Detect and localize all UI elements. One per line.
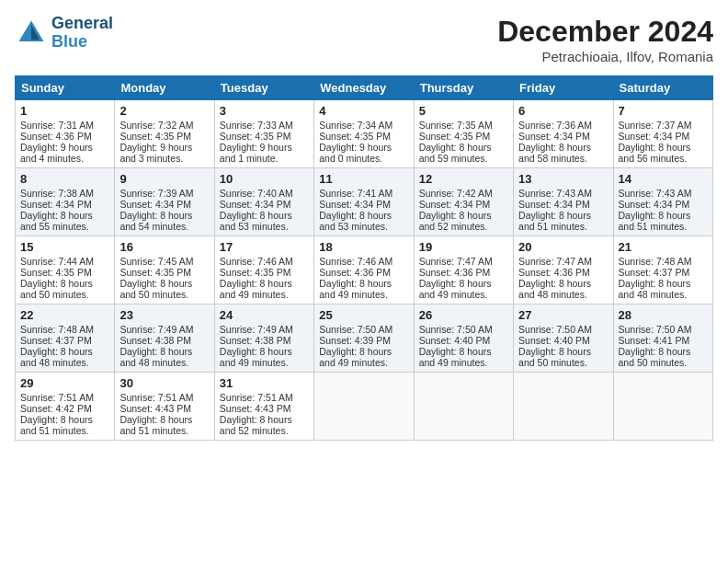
day-number: 20 xyxy=(518,240,608,254)
daylight-label: Daylight: 8 hours and 58 minutes. xyxy=(518,142,591,164)
day-number: 28 xyxy=(619,308,708,322)
title-block: December 2024 Petrachioaia, Ilfov, Roman… xyxy=(497,15,713,64)
sunset-label: Sunset: 4:35 PM xyxy=(119,131,191,142)
page-header: General Blue December 2024 Petrachioaia,… xyxy=(15,15,713,64)
sunrise-label: Sunrise: 7:38 AM xyxy=(20,188,94,199)
day-number: 29 xyxy=(20,376,109,390)
sunset-label: Sunset: 4:36 PM xyxy=(20,131,92,142)
day-number: 2 xyxy=(119,104,209,118)
sunset-label: Sunset: 4:34 PM xyxy=(20,199,92,210)
day-number: 14 xyxy=(619,172,708,186)
logo: General Blue xyxy=(15,15,113,52)
sunrise-label: Sunrise: 7:35 AM xyxy=(419,120,493,131)
sunrise-label: Sunrise: 7:43 AM xyxy=(518,188,592,199)
sunrise-label: Sunrise: 7:49 AM xyxy=(220,324,293,335)
day-number: 25 xyxy=(319,308,408,322)
daylight-label: Daylight: 8 hours and 48 minutes. xyxy=(619,278,691,300)
sunset-label: Sunset: 4:36 PM xyxy=(419,267,491,278)
calendar-cell: 13 Sunrise: 7:43 AM Sunset: 4:34 PM Dayl… xyxy=(514,168,613,236)
sunset-label: Sunset: 4:37 PM xyxy=(619,267,690,278)
calendar-cell: 31 Sunrise: 7:51 AM Sunset: 4:43 PM Dayl… xyxy=(214,373,313,441)
day-number: 18 xyxy=(319,240,408,254)
day-number: 24 xyxy=(220,308,309,322)
daylight-label: Daylight: 8 hours and 49 minutes. xyxy=(419,278,492,300)
weekday-header-saturday: Saturday xyxy=(613,76,712,100)
sunset-label: Sunset: 4:41 PM xyxy=(619,335,690,346)
calendar-cell: 2 Sunrise: 7:32 AM Sunset: 4:35 PM Dayli… xyxy=(115,100,214,168)
calendar-cell: 27 Sunrise: 7:50 AM Sunset: 4:40 PM Dayl… xyxy=(514,304,613,373)
daylight-label: Daylight: 8 hours and 52 minutes. xyxy=(419,210,492,232)
weekday-header-sunday: Sunday xyxy=(16,76,115,100)
calendar-cell xyxy=(613,373,712,441)
sunset-label: Sunset: 4:34 PM xyxy=(319,199,391,210)
calendar-table: SundayMondayTuesdayWednesdayThursdayFrid… xyxy=(15,75,713,441)
calendar-cell: 18 Sunrise: 7:46 AM Sunset: 4:36 PM Dayl… xyxy=(314,236,414,304)
day-number: 11 xyxy=(319,172,408,186)
daylight-label: Daylight: 8 hours and 49 minutes. xyxy=(319,278,392,300)
day-number: 26 xyxy=(419,308,508,322)
day-number: 27 xyxy=(518,308,608,322)
day-number: 6 xyxy=(518,104,608,118)
sunrise-label: Sunrise: 7:51 AM xyxy=(220,392,293,403)
day-number: 21 xyxy=(619,240,708,254)
sunrise-label: Sunrise: 7:49 AM xyxy=(119,324,193,335)
sunrise-label: Sunrise: 7:32 AM xyxy=(119,120,193,131)
day-number: 23 xyxy=(119,308,209,322)
sunset-label: Sunset: 4:35 PM xyxy=(119,267,191,278)
daylight-label: Daylight: 8 hours and 53 minutes. xyxy=(220,210,292,232)
weekday-header-tuesday: Tuesday xyxy=(214,76,313,100)
calendar-cell: 17 Sunrise: 7:46 AM Sunset: 4:35 PM Dayl… xyxy=(214,236,313,304)
calendar-cell: 5 Sunrise: 7:35 AM Sunset: 4:35 PM Dayli… xyxy=(414,100,513,168)
daylight-label: Daylight: 8 hours and 59 minutes. xyxy=(419,142,492,164)
calendar-cell: 6 Sunrise: 7:36 AM Sunset: 4:34 PM Dayli… xyxy=(514,100,613,168)
logo-icon xyxy=(15,17,48,50)
sunset-label: Sunset: 4:35 PM xyxy=(220,131,291,142)
sunrise-label: Sunrise: 7:48 AM xyxy=(619,256,692,267)
sunrise-label: Sunrise: 7:48 AM xyxy=(20,324,94,335)
daylight-label: Daylight: 9 hours and 1 minute. xyxy=(220,142,292,164)
weekday-header-wednesday: Wednesday xyxy=(314,76,414,100)
day-number: 31 xyxy=(220,376,309,390)
calendar-cell xyxy=(314,373,414,441)
sunrise-label: Sunrise: 7:47 AM xyxy=(518,256,592,267)
sunrise-label: Sunrise: 7:50 AM xyxy=(619,324,692,335)
day-number: 15 xyxy=(20,240,109,254)
sunrise-label: Sunrise: 7:44 AM xyxy=(20,256,94,267)
sunset-label: Sunset: 4:34 PM xyxy=(518,199,590,210)
calendar-cell: 20 Sunrise: 7:47 AM Sunset: 4:36 PM Dayl… xyxy=(514,236,613,304)
daylight-label: Daylight: 8 hours and 48 minutes. xyxy=(20,346,93,368)
sunrise-label: Sunrise: 7:51 AM xyxy=(20,392,94,403)
daylight-label: Daylight: 8 hours and 54 minutes. xyxy=(119,210,192,232)
sunset-label: Sunset: 4:36 PM xyxy=(518,267,590,278)
calendar-cell: 26 Sunrise: 7:50 AM Sunset: 4:40 PM Dayl… xyxy=(414,304,513,373)
calendar-cell: 28 Sunrise: 7:50 AM Sunset: 4:41 PM Dayl… xyxy=(613,304,712,373)
daylight-label: Daylight: 8 hours and 55 minutes. xyxy=(20,210,93,232)
calendar-cell: 23 Sunrise: 7:49 AM Sunset: 4:38 PM Dayl… xyxy=(115,304,214,373)
sunset-label: Sunset: 4:42 PM xyxy=(20,403,92,414)
day-number: 1 xyxy=(20,104,109,118)
sunrise-label: Sunrise: 7:50 AM xyxy=(419,324,493,335)
day-number: 16 xyxy=(119,240,209,254)
calendar-cell: 3 Sunrise: 7:33 AM Sunset: 4:35 PM Dayli… xyxy=(214,100,313,168)
sunrise-label: Sunrise: 7:39 AM xyxy=(119,188,193,199)
sunset-label: Sunset: 4:34 PM xyxy=(619,131,690,142)
sunrise-label: Sunrise: 7:51 AM xyxy=(119,392,193,403)
calendar-cell: 4 Sunrise: 7:34 AM Sunset: 4:35 PM Dayli… xyxy=(314,100,414,168)
calendar-cell: 9 Sunrise: 7:39 AM Sunset: 4:34 PM Dayli… xyxy=(115,168,214,236)
calendar-cell: 10 Sunrise: 7:40 AM Sunset: 4:34 PM Dayl… xyxy=(214,168,313,236)
sunrise-label: Sunrise: 7:34 AM xyxy=(319,120,392,131)
sunrise-label: Sunrise: 7:42 AM xyxy=(419,188,493,199)
daylight-label: Daylight: 8 hours and 51 minutes. xyxy=(119,414,192,436)
calendar-cell: 7 Sunrise: 7:37 AM Sunset: 4:34 PM Dayli… xyxy=(613,100,712,168)
daylight-label: Daylight: 8 hours and 49 minutes. xyxy=(220,278,292,300)
daylight-label: Daylight: 8 hours and 49 minutes. xyxy=(319,346,392,368)
daylight-label: Daylight: 9 hours and 4 minutes. xyxy=(20,142,93,164)
daylight-label: Daylight: 9 hours and 0 minutes. xyxy=(319,142,392,164)
day-number: 30 xyxy=(119,376,209,390)
daylight-label: Daylight: 8 hours and 50 minutes. xyxy=(20,278,93,300)
sunset-label: Sunset: 4:35 PM xyxy=(20,267,92,278)
calendar-cell: 21 Sunrise: 7:48 AM Sunset: 4:37 PM Dayl… xyxy=(613,236,712,304)
sunset-label: Sunset: 4:39 PM xyxy=(319,335,391,346)
daylight-label: Daylight: 9 hours and 3 minutes. xyxy=(119,142,192,164)
sunset-label: Sunset: 4:43 PM xyxy=(220,403,291,414)
